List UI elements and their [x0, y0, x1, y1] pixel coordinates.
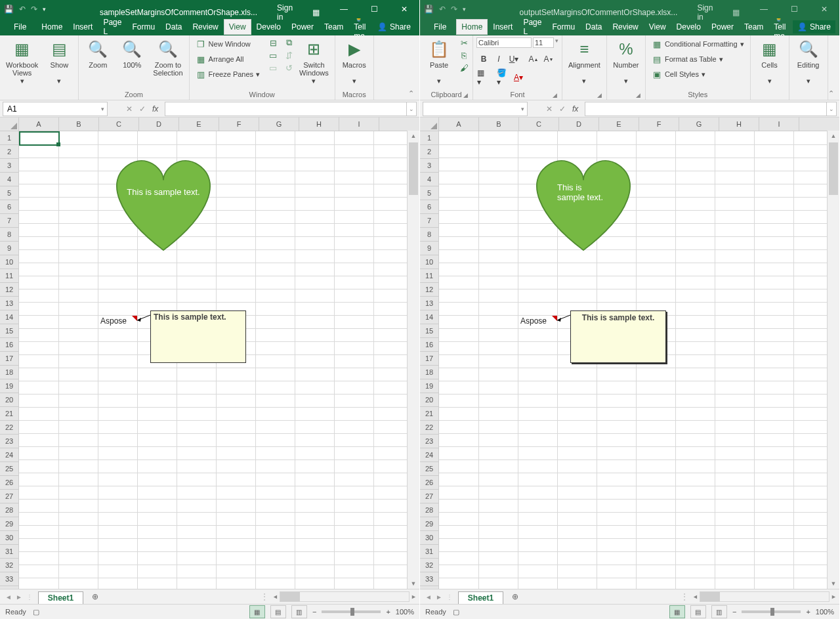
italic-button[interactable]: I: [492, 52, 506, 66]
undo-icon[interactable]: ↶: [19, 5, 26, 14]
freeze-panes-button[interactable]: ▥Freeze Panes ▾: [193, 68, 262, 81]
row-header[interactable]: 34: [420, 586, 438, 589]
ribbon-tab-home[interactable]: Home: [36, 19, 68, 35]
format-as-table-button[interactable]: ▤Format as Table ▾: [649, 53, 747, 66]
formula-input[interactable]: ⌄: [585, 102, 837, 116]
row-header[interactable]: 21: [420, 407, 438, 421]
row-header[interactable]: 16: [420, 338, 438, 352]
row-header[interactable]: 20: [0, 393, 18, 407]
row-header[interactable]: 6: [420, 200, 438, 214]
macros-button[interactable]: ▶Macros▾: [339, 37, 370, 87]
zoom-in-icon[interactable]: +: [386, 608, 390, 616]
page-break-icon[interactable]: ▥: [711, 605, 727, 618]
row-header[interactable]: 31: [0, 545, 18, 559]
maximize-button[interactable]: ☐: [779, 0, 809, 18]
new-window-button[interactable]: ❐New Window: [193, 37, 262, 51]
row-header[interactable]: 18: [420, 366, 438, 379]
ribbon-tab-team[interactable]: Team: [319, 19, 348, 35]
qat-customize-icon[interactable]: ▾: [463, 6, 466, 12]
row-header[interactable]: 7: [0, 214, 18, 228]
col-header[interactable]: F: [219, 117, 259, 131]
page-layout-icon[interactable]: ▤: [690, 605, 706, 618]
select-all-corner[interactable]: [420, 117, 439, 131]
redo-icon[interactable]: ↷: [451, 5, 457, 14]
row-header[interactable]: 11: [420, 269, 438, 283]
comment-box[interactable]: This is sample text.: [150, 310, 246, 363]
row-header[interactable]: 27: [420, 490, 438, 503]
split-icon[interactable]: ⊟: [268, 37, 278, 48]
row-header[interactable]: 2: [0, 145, 18, 159]
page-break-icon[interactable]: ▥: [291, 605, 307, 618]
row-header[interactable]: 13: [0, 297, 18, 310]
row-header[interactable]: 32: [0, 559, 18, 572]
reset-pos-icon[interactable]: ↺: [284, 62, 294, 73]
row-header[interactable]: 27: [0, 490, 18, 503]
sheet-tab[interactable]: Sheet1: [38, 591, 83, 604]
minimize-button[interactable]: —: [749, 0, 779, 18]
row-header[interactable]: 22: [0, 421, 18, 435]
expand-formula-icon[interactable]: ⌄: [826, 102, 836, 116]
bold-button[interactable]: B: [476, 52, 491, 66]
row-header[interactable]: 15: [0, 324, 18, 338]
zoom-slider[interactable]: [742, 610, 801, 613]
collapse-ribbon-icon[interactable]: ⌃: [828, 89, 834, 98]
row-header[interactable]: 21: [0, 407, 18, 421]
row-header[interactable]: 7: [420, 214, 438, 228]
ribbon-tab-insert[interactable]: Insert: [68, 19, 98, 35]
zoom-level[interactable]: 100%: [396, 608, 414, 616]
zoom-100-button[interactable]: 🔍100%: [116, 37, 148, 70]
row-header[interactable]: 15: [420, 324, 438, 338]
tab-nav-first-icon[interactable]: ◄: [425, 593, 432, 601]
tab-nav-first-icon[interactable]: ◄: [5, 593, 12, 601]
row-header[interactable]: 30: [420, 531, 438, 545]
zoom-out-icon[interactable]: −: [312, 608, 316, 616]
row-header[interactable]: 5: [420, 186, 438, 200]
zoom-level[interactable]: 100%: [816, 608, 834, 616]
macro-record-icon[interactable]: ▢: [33, 608, 39, 616]
page-layout-icon[interactable]: ▤: [270, 605, 286, 618]
row-header[interactable]: 28: [0, 503, 18, 517]
col-header[interactable]: G: [679, 117, 719, 131]
row-header[interactable]: 2: [420, 145, 438, 159]
copy-icon[interactable]: ⎘: [459, 50, 469, 60]
col-header[interactable]: C: [519, 117, 559, 131]
name-box-input[interactable]: [6, 104, 74, 114]
tab-nav-last-icon[interactable]: ►: [16, 593, 22, 601]
view-side-icon[interactable]: ⧉: [284, 37, 294, 48]
ribbon-display-icon[interactable]: ▦: [732, 8, 740, 17]
col-header[interactable]: B: [59, 117, 99, 131]
row-header[interactable]: 3: [420, 159, 438, 173]
row-header[interactable]: 4: [420, 173, 438, 186]
name-box[interactable]: ▾: [423, 102, 528, 116]
spreadsheet-grid[interactable]: ABCDEFGHI 123456789101112131415161718192…: [420, 117, 839, 589]
row-header[interactable]: 22: [420, 421, 438, 435]
underline-button[interactable]: U ▾: [507, 52, 521, 66]
col-header[interactable]: E: [599, 117, 639, 131]
vertical-scrollbar[interactable]: ▲▼: [827, 131, 839, 589]
close-button[interactable]: ✕: [809, 0, 839, 18]
font-name-combo[interactable]: [476, 37, 532, 48]
undo-icon[interactable]: ↶: [439, 5, 446, 14]
row-header[interactable]: 1: [420, 131, 438, 145]
cancel-icon[interactable]: ✕: [546, 104, 553, 114]
row-header[interactable]: 11: [0, 269, 18, 283]
col-header[interactable]: G: [259, 117, 299, 131]
hide-icon[interactable]: ▭: [268, 50, 278, 60]
row-header[interactable]: 14: [420, 310, 438, 324]
show-button[interactable]: ▤Show▾: [43, 37, 75, 87]
col-header[interactable]: A: [439, 117, 479, 131]
ribbon-tab-home[interactable]: Home: [456, 19, 488, 35]
row-header[interactable]: 10: [420, 255, 438, 269]
row-header[interactable]: 23: [0, 435, 18, 448]
new-sheet-button[interactable]: ⊕: [509, 590, 522, 603]
ribbon-tab-team[interactable]: Team: [739, 19, 768, 35]
ribbon-tab-insert[interactable]: Insert: [488, 19, 518, 35]
signin-link[interactable]: Sign in: [697, 3, 713, 22]
zoom-slider[interactable]: [322, 610, 381, 613]
row-header[interactable]: 9: [0, 242, 18, 255]
heart-shape[interactable]: This is sample text.: [524, 151, 642, 256]
fx-icon[interactable]: fx: [152, 104, 158, 114]
row-header[interactable]: 17: [0, 352, 18, 366]
row-header[interactable]: 33: [420, 572, 438, 586]
signin-link[interactable]: Sign in: [277, 3, 293, 22]
